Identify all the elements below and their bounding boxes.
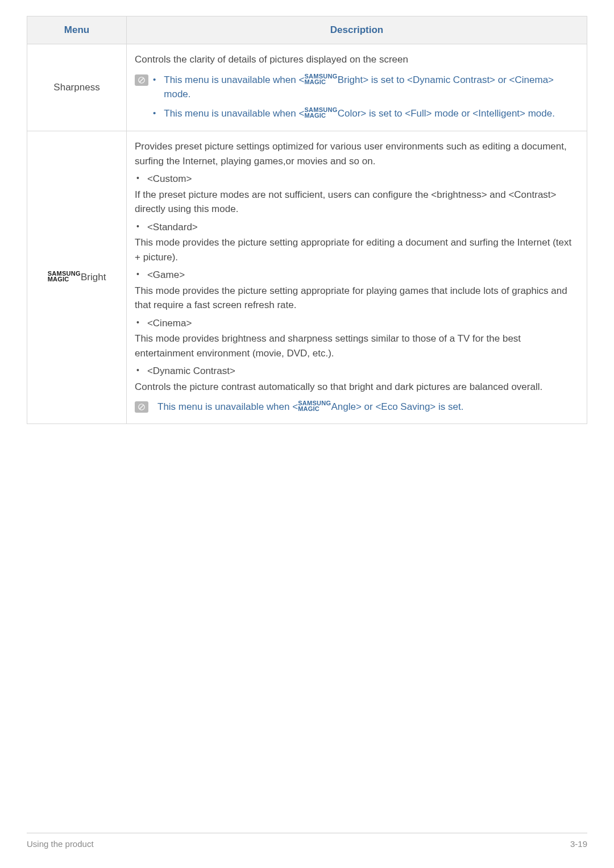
bullet-icon: •: [136, 172, 139, 184]
menu-magic-bright-suffix: Bright: [81, 272, 106, 283]
page-footer: Using the product 3-19: [27, 833, 587, 849]
sharpness-note-block: • This menu is unavailable when <SAMSUNG…: [135, 73, 579, 121]
sharpness-note-2: • This menu is unavailable when <SAMSUNG…: [153, 106, 579, 121]
menu-description-table: Menu Description Sharpness Controls the …: [27, 16, 587, 424]
option-dynamic-text: Controls the picture contrast automatica…: [135, 380, 579, 394]
info-icon: [135, 74, 148, 86]
menu-sharpness: Sharpness: [27, 44, 127, 131]
table-row: SAMSUNGMAGICBright Provides preset pictu…: [27, 131, 587, 424]
option-standard: •<Standard>: [135, 220, 579, 235]
option-standard-text: This mode provides the picture setting a…: [135, 235, 579, 264]
option-custom-text: If the preset picture modes are not suff…: [135, 188, 579, 217]
option-cinema-text: This mode provides brightness and sharpn…: [135, 331, 579, 360]
bullet-icon: •: [136, 316, 139, 329]
note-text-pre: This menu is unavailable when <: [157, 401, 298, 412]
note-text-post: Angle> or <Eco Saving> is set.: [331, 401, 463, 412]
note-text-pre: This menu is unavailable when <: [164, 108, 304, 119]
header-menu: Menu: [27, 16, 127, 44]
option-label: <Custom>: [147, 172, 192, 186]
footer-right: 3-19: [570, 839, 587, 849]
desc-magic-bright: Provides preset picture settings optimiz…: [127, 131, 587, 424]
desc-sharpness: Controls the clarity of details of pictu…: [127, 44, 587, 131]
bullet-icon: •: [153, 73, 156, 86]
samsung-magic-logo: SAMSUNGMAGIC: [298, 401, 331, 412]
sharpness-intro: Controls the clarity of details of pictu…: [135, 52, 579, 67]
table-row: Sharpness Controls the clarity of detail…: [27, 44, 587, 131]
svg-line-1: [140, 78, 144, 82]
option-custom: •<Custom>: [135, 172, 579, 186]
table-header-row: Menu Description: [27, 16, 587, 44]
bullet-icon: •: [136, 268, 139, 280]
option-dynamic-contrast: •<Dynamic Contrast>: [135, 364, 579, 379]
document-page: Menu Description Sharpness Controls the …: [0, 0, 614, 868]
option-game: •<Game>: [135, 268, 579, 283]
option-game-text: This mode provides the picture setting a…: [135, 284, 579, 313]
samsung-magic-logo: SAMSUNGMAGIC: [48, 271, 81, 283]
bullet-icon: •: [153, 106, 156, 120]
footer-left: Using the product: [27, 839, 94, 849]
header-description: Description: [127, 16, 587, 44]
option-label: <Cinema>: [147, 316, 192, 331]
info-icon: [135, 401, 148, 413]
option-label: <Standard>: [147, 220, 198, 235]
bullet-icon: •: [136, 220, 139, 232]
menu-magic-bright: SAMSUNGMAGICBright: [27, 131, 127, 424]
sharpness-note-1: • This menu is unavailable when <SAMSUNG…: [153, 73, 579, 102]
bullet-icon: •: [136, 364, 139, 376]
samsung-magic-logo: SAMSUNGMAGIC: [304, 74, 337, 85]
svg-line-3: [140, 405, 144, 409]
option-label: <Dynamic Contrast>: [147, 364, 235, 379]
magicbright-note: This menu is unavailable when <SAMSUNGMA…: [135, 400, 579, 414]
option-label: <Game>: [147, 268, 185, 283]
option-cinema: •<Cinema>: [135, 316, 579, 331]
magicbright-intro: Provides preset picture settings optimiz…: [135, 139, 579, 168]
note-text-post: Color> is set to <Full> mode or <Intelli…: [338, 108, 555, 119]
samsung-magic-logo: SAMSUNGMAGIC: [304, 107, 337, 119]
note-text-pre: This menu is unavailable when <: [164, 74, 304, 85]
